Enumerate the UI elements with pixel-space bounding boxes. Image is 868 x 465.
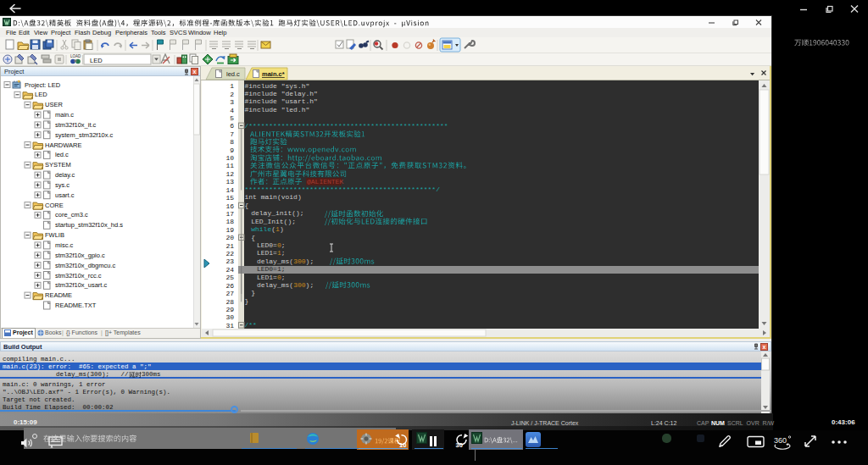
- svg-text:3: 3: [230, 98, 234, 106]
- svg-text:4: 4: [230, 107, 234, 114]
- svg-text:16: 16: [225, 202, 234, 210]
- svg-text:360: 360: [774, 436, 787, 445]
- svg-text:24: 24: [225, 266, 234, 274]
- svg-text:20: 20: [225, 234, 234, 241]
- svg-text:26: 26: [225, 282, 234, 290]
- svg-text:28: 28: [225, 298, 234, 306]
- svg-text:27: 27: [225, 290, 234, 297]
- svg-text:21: 21: [225, 242, 234, 250]
- svg-text:7: 7: [230, 130, 234, 138]
- svg-text:8: 8: [230, 138, 234, 146]
- svg-text:11: 11: [225, 162, 234, 169]
- svg-text:18: 18: [225, 218, 234, 225]
- svg-text:19: 19: [225, 226, 234, 234]
- svg-text:14: 14: [225, 186, 234, 194]
- svg-text:5: 5: [230, 114, 234, 122]
- svg-text:9: 9: [230, 147, 234, 154]
- svg-text:17: 17: [225, 210, 234, 218]
- svg-text:2: 2: [230, 91, 234, 98]
- svg-text:30: 30: [456, 441, 463, 449]
- svg-text:15: 15: [225, 194, 234, 202]
- svg-text:10: 10: [225, 154, 234, 162]
- svg-text:30: 30: [225, 313, 234, 321]
- svg-text:22: 22: [225, 250, 234, 257]
- svg-text:1: 1: [230, 82, 234, 90]
- svg-text:23: 23: [225, 257, 234, 265]
- svg-text:12: 12: [225, 170, 234, 178]
- svg-text:29: 29: [225, 306, 234, 313]
- svg-text:25: 25: [225, 274, 234, 281]
- svg-text:6: 6: [230, 122, 234, 130]
- svg-text:13: 13: [225, 178, 234, 185]
